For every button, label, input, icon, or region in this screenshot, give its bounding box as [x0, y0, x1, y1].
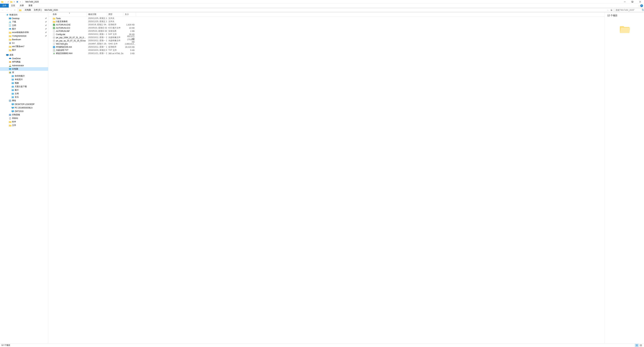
tree-label: WPS网盘 [12, 60, 21, 63]
tree-item[interactable]: 保存的图片 [0, 74, 48, 78]
pin-icon: 📌 [45, 31, 47, 33]
tree-label: 天翼云盘下载 [15, 85, 27, 88]
search-box[interactable] [614, 8, 643, 12]
tree-item[interactable]: 音乐 [0, 95, 48, 99]
file-row[interactable]: AUTORUN.INF2015/5/10, 星期日 02...安装信息1 KB [48, 29, 605, 33]
recent-dropdown[interactable]: ⌵ [10, 8, 12, 12]
tree-item[interactable]: PC-20190530OBLA [0, 106, 48, 109]
tree-item[interactable]: 回收站 [0, 116, 48, 120]
forward-button[interactable]: → [5, 8, 9, 12]
tree-item[interactable]: 图片📌 [0, 27, 48, 31]
properties-icon[interactable]: ✓ [7, 1, 10, 3]
svg-rect-23 [12, 82, 14, 84]
tree-item[interactable]: 此电脑 [0, 67, 48, 71]
view-details-button[interactable] [635, 344, 639, 347]
tree-item[interactable]: 视频 [0, 81, 48, 85]
tree-item[interactable]: 文档📌 [0, 24, 48, 27]
file-row[interactable]: Win7x64.gho2019/9/7, 星期六 19:...GHO 文件2,9… [48, 42, 605, 45]
tree-item[interactable]: 网络 [0, 99, 48, 102]
redo-icon[interactable] [16, 1, 18, 3]
tree-item[interactable]: Bandicam [0, 38, 48, 41]
file-row[interactable]: 硬盘安装教程.html2016/11/21, 星期一 2...360 se HT… [48, 52, 605, 55]
new-folder-icon[interactable] [10, 1, 12, 3]
qat-separator: | [4, 1, 6, 3]
crumb-this-pc[interactable]: 此电脑› [24, 8, 33, 12]
tree-label: 控制面板 [12, 113, 20, 116]
address-bar[interactable]: › 此电脑› 文档 (E:)› Win7x64_2020› ⌵ [18, 8, 614, 12]
tree-item[interactable]: 天翼云盘下载 [0, 85, 48, 88]
tab-share[interactable]: 共享 [18, 4, 26, 7]
minimize-button[interactable] [621, 0, 628, 4]
ribbon-expand-icon[interactable]: ⌵ [639, 5, 640, 6]
svg-rect-16 [9, 68, 11, 69]
folder-icon [9, 35, 12, 37]
tree-item[interactable]: excel表格制作求和📌 [0, 31, 48, 34]
tree-item[interactable]: 本机照片 [0, 78, 48, 81]
file-row[interactable]: Tools2020/12/25, 星期五 1...文件夹 [48, 17, 605, 20]
tree-item[interactable]: 下载📌 [0, 20, 48, 24]
address-dropdown-icon[interactable]: ⌵ [606, 8, 610, 12]
tab-view[interactable]: 查看 [26, 4, 35, 7]
col-header-size[interactable]: 大小 [124, 12, 136, 16]
gho-icon [53, 42, 55, 45]
refresh-button[interactable] [610, 8, 613, 12]
view-large-button[interactable] [639, 344, 643, 347]
tree-item[interactable]: 控制面板 [0, 113, 48, 116]
crumb-root-sep[interactable]: › [22, 9, 24, 11]
tree-item[interactable]: 桌面 [0, 53, 48, 57]
nav-row: ← → ⌵ ↑ › 此电脑› 文档 (E:)› Win7x64_2020› ⌵ [0, 8, 644, 12]
tree-item[interactable]: DESKTOP-LSSOEDP [0, 102, 48, 106]
tree-item[interactable]: 文档 [0, 92, 48, 95]
crumb-drive[interactable]: 文档 (E:)› [33, 8, 44, 12]
tree-item[interactable]: OneDrive [0, 57, 48, 60]
tree-item[interactable]: 软件 [0, 120, 48, 124]
tree-item[interactable]: win7重装win7 [0, 45, 48, 48]
downloads-icon [9, 21, 12, 23]
up-button[interactable]: ↑ [13, 8, 17, 12]
desktop-root-icon [6, 54, 9, 56]
col-header-date[interactable]: 修改日期 [87, 12, 107, 16]
file-rows[interactable]: Tools2020/12/25, 星期五 1...文件夹U盘安装教程2020/1… [48, 16, 605, 343]
file-row[interactable]: AUTORUN.EXE2016/1/8, 星期五 04:...应用程序1,926… [48, 23, 605, 26]
qat-dropdown-icon[interactable]: ▾ [19, 1, 22, 3]
tree-item[interactable]: Administrator [0, 64, 48, 67]
pin-icon: 📌 [45, 21, 47, 23]
undo-icon[interactable]: ✕ [13, 1, 16, 3]
help-icon[interactable]: ? [640, 4, 643, 7]
crumb-current[interactable]: Win7x64_2020› [44, 8, 60, 12]
tree-item[interactable]: ZMT2019 [0, 109, 48, 113]
col-header-type[interactable]: 类型 [107, 12, 124, 16]
tree-item[interactable]: 快速访问 [0, 13, 48, 16]
file-row[interactable]: AUTORUN.ICO2015/5/10, 星期日 02...ICO 图片文件1… [48, 26, 605, 29]
col-header-name[interactable]: ▴名称 [51, 12, 87, 16]
tree-item[interactable]: Desktop📌 [0, 16, 48, 20]
file-row[interactable]: 光盘说明.TXT2016/10/23, 星期日 0...TXT 文件5 KB [48, 49, 605, 52]
search-input[interactable] [615, 9, 642, 11]
navigation-pane[interactable]: 快速访问Desktop📌下载📌文档📌图片📌excel表格制作求和📌YUNQISH… [0, 12, 48, 343]
ico-green-icon [53, 27, 55, 29]
tab-file[interactable]: 文件 [0, 4, 9, 7]
tree-item[interactable]: 图片 [0, 88, 48, 92]
lib-item-icon [12, 89, 14, 91]
tree-item[interactable]: YUNQISHI2019📌 [0, 34, 48, 38]
file-size: 1 KB [124, 30, 136, 32]
tree-item[interactable]: G:\ [0, 41, 48, 45]
file-row[interactable]: 本地硬盘安装.exe2020/10/12, 星期一 1...应用程序28,315… [48, 45, 605, 49]
search-icon[interactable] [642, 9, 644, 11]
maximize-button[interactable] [628, 0, 636, 4]
file-type: DAT 文件 [107, 33, 124, 36]
tree-item[interactable]: 图片 [0, 48, 48, 52]
file-row[interactable]: pe_yqs_xp_20_07_31_15_53.iso2020/10/12, … [48, 39, 605, 42]
tree-item[interactable]: 库 [0, 71, 48, 74]
file-type: 光盘映像文件 [107, 36, 124, 39]
desktop-icon [9, 17, 12, 20]
lib-item-icon [12, 92, 14, 95]
file-type: 文件夹 [107, 17, 124, 20]
close-button[interactable] [636, 0, 644, 4]
tab-home[interactable]: 主页 [9, 4, 18, 7]
tree-item[interactable]: 文件 [0, 124, 48, 127]
tree-label: 库 [12, 71, 14, 74]
back-button[interactable]: ← [1, 8, 5, 12]
tree-item[interactable]: WPS网盘 [0, 60, 48, 64]
file-row[interactable]: U盘安装教程2020/12/25, 星期五 1...文件夹 [48, 20, 605, 23]
